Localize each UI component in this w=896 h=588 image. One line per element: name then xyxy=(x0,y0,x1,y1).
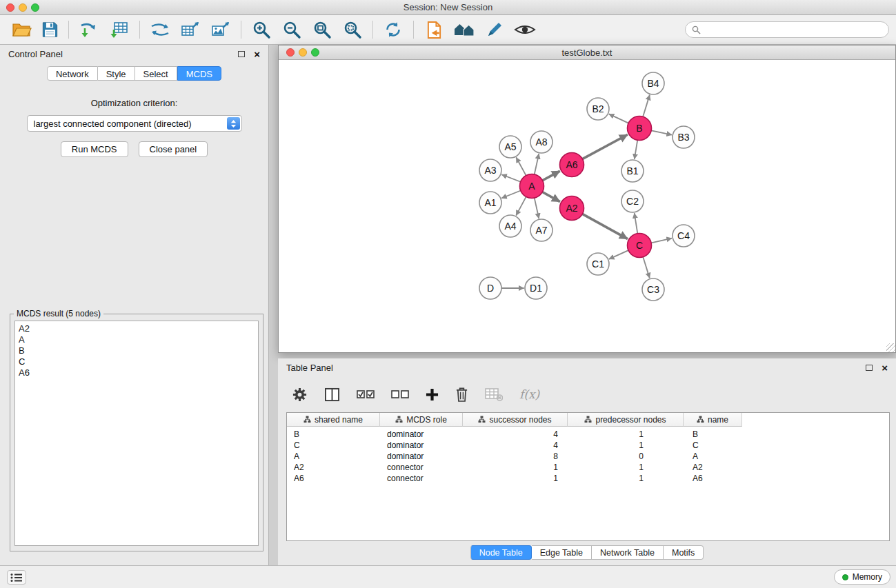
table-row[interactable]: Bdominator41B xyxy=(287,429,889,440)
new-network-from-table-button[interactable] xyxy=(175,18,206,41)
mcds-result-item[interactable]: C xyxy=(19,356,255,367)
mcds-result-list[interactable]: A2ABCA6 xyxy=(14,321,259,546)
graph-edge[interactable] xyxy=(609,250,628,259)
window-resize-grip[interactable] xyxy=(886,343,895,352)
graph-node-mcds[interactable]: A xyxy=(520,174,544,199)
close-panel-icon[interactable]: × xyxy=(882,363,888,373)
float-panel-icon[interactable] xyxy=(866,365,873,371)
delete-column-button[interactable] xyxy=(455,387,468,403)
graph-node[interactable]: B2 xyxy=(587,98,609,120)
graph-node-mcds[interactable]: A6 xyxy=(560,153,584,177)
graph-edge[interactable] xyxy=(542,171,559,181)
graph-edge[interactable] xyxy=(516,157,526,175)
run-mcds-button[interactable]: Run MCDS xyxy=(61,141,128,157)
graph-node-mcds[interactable]: C xyxy=(628,234,652,258)
zoom-window-button[interactable] xyxy=(31,3,39,12)
show-hide-button[interactable] xyxy=(510,18,540,41)
column-header-shared-name[interactable]: shared name xyxy=(287,413,380,427)
mcds-result-item[interactable]: A2 xyxy=(19,323,255,334)
table-tab-network-table[interactable]: Network Table xyxy=(592,545,664,560)
table-row[interactable]: Adominator80A xyxy=(287,451,889,462)
column-header-MCDS-role[interactable]: MCDS role xyxy=(380,413,463,427)
tab-select[interactable]: Select xyxy=(135,66,177,81)
zoom-fit-button[interactable] xyxy=(307,18,337,41)
tab-mcds[interactable]: MCDS xyxy=(177,66,221,81)
open-recent-button[interactable] xyxy=(419,18,449,41)
graph-edge[interactable] xyxy=(643,95,650,117)
save-session-button[interactable] xyxy=(36,18,63,41)
graph-node[interactable]: A3 xyxy=(479,159,501,181)
table-settings-button[interactable] xyxy=(292,387,308,403)
new-network-button[interactable] xyxy=(145,18,175,41)
network-window-titlebar[interactable]: testGlobe.txt xyxy=(279,45,895,60)
mcds-result-item[interactable]: A6 xyxy=(19,367,255,378)
graph-node[interactable]: D1 xyxy=(525,277,547,299)
open-session-button[interactable] xyxy=(8,18,36,41)
graph-edge[interactable] xyxy=(535,198,539,219)
graph-node[interactable]: A4 xyxy=(499,215,521,237)
toolbar-search-field[interactable] xyxy=(685,21,889,38)
table-row[interactable]: Cdominator41C xyxy=(287,440,889,451)
graph-node[interactable]: C4 xyxy=(673,225,695,247)
graph-edge[interactable] xyxy=(516,196,526,215)
task-history-button[interactable] xyxy=(7,570,26,585)
graph-edge[interactable] xyxy=(501,190,521,198)
graph-node-mcds[interactable]: B xyxy=(628,116,652,141)
graph-node[interactable]: C1 xyxy=(587,253,609,275)
graph-node[interactable]: B1 xyxy=(621,160,644,182)
close-window-button[interactable] xyxy=(286,48,295,57)
tab-style[interactable]: Style xyxy=(98,66,135,81)
graph-edge[interactable] xyxy=(542,192,560,201)
network-graph[interactable]: B4B2BB3A5A8A6B1A3AC2A1A2A4A7C4CC1C3DD1 xyxy=(279,60,895,352)
zoom-out-button[interactable] xyxy=(277,18,307,41)
zoom-window-button[interactable] xyxy=(311,48,319,57)
graph-edge[interactable] xyxy=(651,130,672,134)
minimize-window-button[interactable] xyxy=(19,3,27,12)
graph-edge[interactable] xyxy=(651,239,672,243)
delete-table-button[interactable] xyxy=(485,387,503,401)
tab-network[interactable]: Network xyxy=(47,66,98,81)
column-header-successor-nodes[interactable]: successor nodes xyxy=(463,413,568,427)
table-tab-motifs[interactable]: Motifs xyxy=(664,545,704,560)
graph-node[interactable]: C2 xyxy=(621,190,644,212)
refresh-button[interactable] xyxy=(378,18,408,41)
float-panel-icon[interactable] xyxy=(238,51,245,57)
function-builder-button[interactable]: f(x) xyxy=(519,387,539,401)
column-header-predecessor-nodes[interactable]: predecessor nodes xyxy=(568,413,684,427)
annotations-button[interactable] xyxy=(479,18,510,41)
network-from-image-button[interactable] xyxy=(206,18,236,41)
graph-edge[interactable] xyxy=(501,174,520,182)
graph-node[interactable]: A7 xyxy=(530,219,552,241)
network-canvas[interactable]: B4B2BB3A5A8A6B1A3AC2A1A2A4A7C4CC1C3DD1 xyxy=(279,60,895,352)
column-header-name[interactable]: name xyxy=(684,413,742,427)
graph-edge[interactable] xyxy=(609,114,628,123)
graph-node[interactable]: A1 xyxy=(479,192,501,214)
close-panel-icon[interactable]: × xyxy=(254,49,260,59)
table-tab-node-table[interactable]: Node Table xyxy=(470,545,532,560)
graph-node[interactable]: D xyxy=(479,277,501,299)
node-table[interactable]: shared nameMCDS rolesuccessor nodesprede… xyxy=(286,412,890,541)
graph-node[interactable]: A5 xyxy=(499,136,521,158)
add-column-button[interactable] xyxy=(426,388,439,401)
optimization-criterion-dropdown[interactable]: largest connected component (directed) xyxy=(27,115,242,132)
deselect-all-columns-button[interactable] xyxy=(391,389,409,399)
graph-node[interactable]: A8 xyxy=(530,131,552,153)
close-window-button[interactable] xyxy=(6,3,14,12)
zoom-in-button[interactable] xyxy=(246,18,277,41)
zoom-selected-button[interactable] xyxy=(337,18,368,41)
import-table-from-file-button[interactable] xyxy=(104,18,135,41)
search-input[interactable] xyxy=(705,25,882,34)
show-columns-button[interactable] xyxy=(324,387,340,402)
table-row[interactable]: A6connector11A6 xyxy=(287,473,889,484)
mcds-result-item[interactable]: B xyxy=(19,345,255,356)
graph-node[interactable]: C3 xyxy=(642,278,664,301)
graph-edge[interactable] xyxy=(635,140,637,159)
table-row[interactable]: A2connector11A2 xyxy=(287,462,889,473)
graph-edge[interactable] xyxy=(643,257,650,278)
graph-edge[interactable] xyxy=(535,154,539,174)
graph-node[interactable]: B4 xyxy=(642,72,664,94)
mcds-result-item[interactable]: A xyxy=(19,334,255,345)
import-network-from-file-button[interactable] xyxy=(74,18,104,41)
table-tab-edge-table[interactable]: Edge Table xyxy=(532,545,592,560)
close-panel-button[interactable]: Close panel xyxy=(139,141,208,157)
